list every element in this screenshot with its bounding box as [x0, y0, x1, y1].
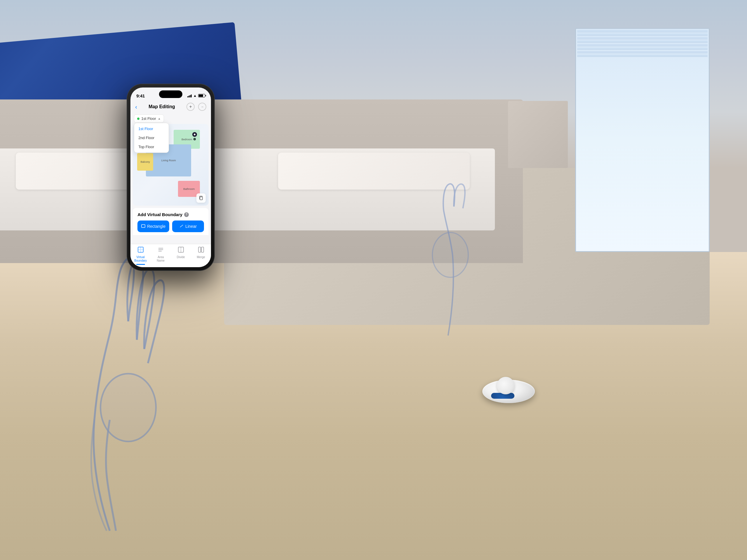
dynamic-island [159, 90, 182, 98]
phone: 9:41 ▲ ‹ Map Editing [127, 84, 214, 271]
virtual-boundary-buttons: Rectangle Linear [137, 220, 204, 232]
robot-dot [194, 134, 196, 135]
tab-merge[interactable]: Merge [191, 246, 211, 259]
svg-rect-3 [141, 224, 145, 228]
tab-bar: VirtualBoundary AreaName [130, 244, 211, 267]
blind-slat [577, 41, 707, 43]
back-button[interactable]: ‹ [135, 104, 137, 110]
page-title: Map Editing [149, 104, 175, 109]
svg-line-4 [180, 225, 183, 227]
tab-active-indicator [136, 264, 145, 265]
nav-actions: + ··· [186, 103, 206, 111]
robot-vacuum [480, 377, 538, 403]
area-name-tab-icon [158, 246, 164, 255]
divide-tab-icon [178, 246, 184, 255]
status-icons: ▲ [187, 94, 205, 98]
virtual-boundary-icon [137, 246, 144, 253]
map-robot-icon [192, 132, 197, 140]
svg-point-0 [101, 374, 156, 442]
virtual-boundary-header: Add Virtual Boundary ? [137, 212, 204, 217]
nightstand [508, 101, 568, 168]
chevron-up-icon: ▲ [158, 117, 161, 120]
floor-option-3[interactable]: Top Floor [134, 142, 169, 151]
signal-bars-icon [187, 94, 192, 98]
window-blinds [576, 29, 709, 251]
living-room-label: Living Room [161, 159, 176, 162]
tab-divide[interactable]: Divide [171, 246, 191, 259]
signal-bar-2 [188, 96, 189, 98]
wifi-icon: ▲ [193, 94, 197, 98]
battery-icon [198, 94, 205, 98]
robot-map-marker [192, 132, 197, 137]
floor-selector: 1st Floor ▲ 1st Floor 2nd Floor Top Floo… [134, 114, 207, 123]
merge-tab-label: Merge [197, 256, 205, 259]
map-copy-button[interactable] [197, 193, 206, 203]
svg-rect-2 [200, 197, 203, 200]
bedroom-label: Bedroom [181, 138, 192, 141]
battery-fill [199, 95, 203, 97]
rectangle-button[interactable]: Rectangle [137, 220, 169, 232]
blind-slat [577, 48, 707, 50]
svg-rect-14 [201, 247, 204, 252]
floor-option-1[interactable]: 1st Floor [134, 124, 169, 133]
signal-bar-4 [191, 95, 192, 98]
rectangle-label: Rectangle [147, 224, 165, 229]
tab-area-name[interactable]: AreaName [151, 246, 171, 263]
add-button[interactable]: + [186, 103, 195, 111]
floor-option-2[interactable]: 2nd Floor [134, 133, 169, 142]
room-balcony[interactable]: Balcony [137, 153, 153, 170]
area-name-tab-label: AreaName [157, 256, 164, 263]
copy-icon [199, 196, 203, 201]
phone-screen: 9:41 ▲ ‹ Map Editing [130, 87, 211, 267]
linear-icon [179, 224, 183, 229]
more-button[interactable]: ··· [198, 103, 206, 111]
virtual-boundary-tab-label: VirtualBoundary [134, 256, 147, 263]
status-time: 9:41 [136, 93, 145, 98]
balcony-label: Balcony [140, 160, 150, 163]
linear-button[interactable]: Linear [172, 220, 204, 232]
area-name-icon [158, 246, 164, 253]
floor-selector-button[interactable]: 1st Floor ▲ [134, 114, 164, 123]
bathroom-label: Bathroom [183, 188, 195, 190]
virtual-boundary-section: Add Virtual Boundary ? Rectangle [133, 208, 209, 235]
rectangle-shape-icon [141, 224, 145, 228]
floor-active-dot [137, 117, 139, 120]
phone-outer-frame: 9:41 ▲ ‹ Map Editing [127, 84, 214, 271]
hand-left-illustration [52, 235, 216, 543]
info-icon[interactable]: ? [184, 212, 189, 217]
signal-bar-1 [187, 96, 188, 98]
floor-dropdown: 1st Floor 2nd Floor Top Floor [134, 123, 169, 153]
svg-rect-13 [199, 247, 201, 252]
merge-icon [198, 246, 204, 253]
tab-virtual-boundary[interactable]: VirtualBoundary [130, 246, 151, 265]
divide-tab-label: Divide [177, 256, 185, 259]
blind-slat [577, 51, 707, 53]
robot-active-indicator [194, 138, 195, 140]
hand-right-illustration [403, 157, 493, 353]
divide-icon [178, 246, 184, 253]
virtual-boundary-title: Add Virtual Boundary [137, 212, 182, 217]
blind-slat [577, 55, 707, 57]
signal-bar-3 [190, 95, 190, 98]
current-floor-label: 1st Floor [141, 116, 156, 121]
svg-point-1 [433, 233, 468, 277]
blind-slat [577, 37, 707, 39]
robot-status-dot [194, 138, 196, 140]
window [575, 28, 710, 252]
linear-label: Linear [185, 224, 197, 229]
rectangle-icon [141, 224, 145, 229]
virtual-boundary-tab-icon [137, 246, 144, 255]
blind-slat [577, 30, 707, 32]
blind-slat [577, 44, 707, 46]
linear-shape-icon [179, 224, 183, 228]
nav-header: ‹ Map Editing + ··· [130, 100, 211, 113]
merge-tab-icon [198, 246, 204, 255]
blind-slat [577, 33, 707, 36]
